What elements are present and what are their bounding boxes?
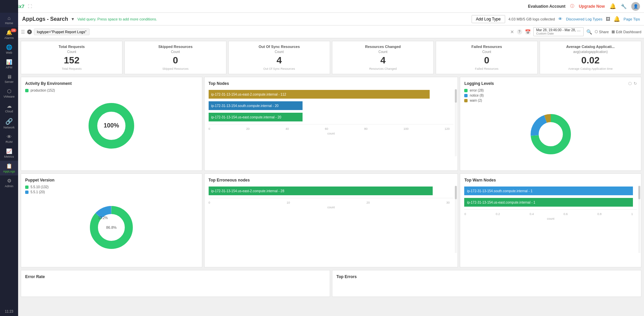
sidebar-item-rum[interactable]: 👁 RUM xyxy=(0,131,18,146)
metrics-icon: 📈 xyxy=(6,148,12,154)
metric-subtitle: Count xyxy=(128,50,222,54)
sidebar-time: 11:23 xyxy=(5,307,13,316)
sidebar-item-vmware[interactable]: ⬡ VMware xyxy=(0,86,18,101)
web-icon: 🌐 xyxy=(6,44,12,50)
activity-card-title: Activity By Environment xyxy=(25,81,198,86)
dashboard: Total Requests Count 152 Total Requests … xyxy=(18,38,644,316)
bell-icon[interactable]: 🔔 xyxy=(609,3,616,9)
activity-by-environment-card: Activity By Environment production (152)… xyxy=(21,77,202,171)
upgrade-link[interactable]: Upgrade Now xyxy=(579,4,605,9)
date-range-text: Mar 28, 19:46:00 - Mar 28, .... xyxy=(536,28,581,32)
sidebar-item-cloud[interactable]: ☁ Cloud xyxy=(0,101,18,115)
top-warn-title: Top Warn Nodes xyxy=(464,178,637,182)
sidebar-item-metrics[interactable]: 📈 Metrics xyxy=(0,146,18,161)
page-tips-link[interactable]: Page Tips xyxy=(624,17,640,21)
wrench-icon[interactable]: 🔧 xyxy=(621,4,627,9)
topbar-right: Add Log Type 4.03 MB/5 GB logs collected… xyxy=(472,15,640,23)
server-icon: 🖥 xyxy=(7,74,12,80)
551-dot xyxy=(25,191,29,194)
discovered-log-types-link[interactable]: Discovered Log Types xyxy=(566,17,602,21)
legend-notice: notice (8) xyxy=(464,94,637,97)
sidebar-item-home[interactable]: ⌂ Home xyxy=(0,13,18,27)
bar-1: ip-172-31-13-154.us-east-2.compute.inter… xyxy=(209,90,430,99)
metric-value: 152 xyxy=(24,55,119,66)
metric-footer: Failed Resources xyxy=(439,67,534,70)
orange-notification-icon[interactable]: 🔔 xyxy=(613,16,620,22)
charts-row-1: Activity By Environment production (152)… xyxy=(21,77,641,171)
metric-subtitle: Count xyxy=(24,50,119,54)
top-warn-nodes-card: Top Warn Nodes ip-172-31-13-154.south.co… xyxy=(460,173,641,267)
warn-bar-2: ip-172-31-13-154.us-east.compute.interna… xyxy=(464,198,633,207)
photo-icon[interactable]: 🖼 xyxy=(606,16,610,21)
charts-row-2: Puppet Version 5.5.10 (132) 5.5.1 (20) xyxy=(21,173,641,267)
metric-subtitle: avg(catalogapplication) xyxy=(543,50,638,54)
logging-legend: error (28) notice (8) warn (2) xyxy=(464,89,637,102)
rum-icon: 👁 xyxy=(7,134,12,140)
warn-legend-dot xyxy=(464,99,468,102)
log-type-dot: ● xyxy=(27,30,32,34)
metric-footer: Average Catalog Application time xyxy=(543,67,638,70)
metric-card-total-requests: Total Requests Count 152 Total Requests xyxy=(21,41,122,74)
svg-text:86.8%: 86.8% xyxy=(106,225,117,229)
warn-bar-item-2: ip-172-31-13-154.us-east.compute.interna… xyxy=(464,198,633,207)
date-label-text: Custom Date xyxy=(536,32,581,35)
top-nodes-axis: 020406080100120 xyxy=(209,124,454,130)
puppet-donut-chart: 86.8% 13.2% xyxy=(85,201,138,254)
top-nodes-scrollbar[interactable] xyxy=(455,89,457,156)
erroneous-bar-item-1: ip-172-31-13-154.us-east-2.compute.inter… xyxy=(209,187,450,195)
activity-donut-chart: 100% xyxy=(85,99,138,153)
share-button[interactable]: ⬡ Share xyxy=(595,30,609,34)
applogs-header: AppLogs - Search ▼ Valid query. Press sp… xyxy=(18,13,644,25)
global-topbar-right: Evaluation Account ⓘ Upgrade Now 🔔 🔧 👤 xyxy=(528,2,640,11)
close-x-icon[interactable]: ✕ xyxy=(510,29,514,35)
sidebar-item-server[interactable]: 🖥 Server xyxy=(0,71,18,86)
metric-subtitle: Count xyxy=(336,50,430,54)
apm-icon: 📊 xyxy=(6,59,12,65)
metric-value: 0 xyxy=(439,55,534,66)
search-tag[interactable]: logtype="Puppet Report Logs" xyxy=(34,29,90,35)
dropdown-arrow-icon[interactable]: ▼ xyxy=(71,17,75,21)
puppet-version-title: Puppet Version xyxy=(25,178,198,182)
warn-axis-label: count xyxy=(464,216,637,220)
date-range-button[interactable]: Mar 28, 19:46:00 - Mar 28, .... Custom D… xyxy=(533,27,584,36)
search-button[interactable]: 🔍 xyxy=(586,29,592,35)
metric-title: Out Of Sync Resources xyxy=(232,45,326,49)
help-circle[interactable]: ? xyxy=(517,29,522,35)
refresh-card-button[interactable]: ↻ xyxy=(634,81,637,86)
expand-icon[interactable]: ⛶ xyxy=(28,4,32,9)
warn-scrollbar-thumb xyxy=(638,186,640,199)
metric-footer: Resources Changed xyxy=(336,67,430,70)
calendar-icon[interactable]: 📅 xyxy=(525,29,531,35)
warn-axis: 00.20.40.60.81 xyxy=(464,209,637,216)
eval-account-label: Evaluation Account xyxy=(528,4,566,9)
edit-dashboard-button[interactable]: ▦ Edit Dashboard xyxy=(611,30,641,34)
top-nodes-title: Top Nodes xyxy=(209,81,454,86)
sidebar-item-admin[interactable]: ⚙ Admin xyxy=(0,175,18,190)
avatar[interactable]: 👤 xyxy=(631,2,640,11)
sidebar-item-alarms[interactable]: 🔔 Alarms 28 xyxy=(0,27,18,42)
bar-2: ip-172-31-13-154.south.compute.internal … xyxy=(209,101,303,110)
sidebar-item-web[interactable]: 🌐 Web xyxy=(0,42,18,57)
sidebar-item-applogs[interactable]: 📋 AppLogs xyxy=(0,161,18,175)
error-rate-card: Error Rate xyxy=(21,270,330,297)
warn-scrollbar[interactable] xyxy=(638,186,640,253)
scrollbar-thumb xyxy=(455,89,457,103)
applogs-icon: 📋 xyxy=(6,163,12,169)
legend-error: error (28) xyxy=(464,89,637,92)
sidebar-item-network[interactable]: 🔗 Network xyxy=(0,115,18,131)
legend-5510: 5.5.10 (132) xyxy=(25,185,198,189)
page-title: AppLogs - Search xyxy=(22,16,68,22)
puppet-donut-container: 86.8% 13.2% xyxy=(25,197,198,258)
expand-card-button[interactable]: ⬡ xyxy=(628,81,632,86)
metric-footer: Total Requests xyxy=(24,67,119,70)
metric-value: 0 xyxy=(128,55,222,66)
puppet-version-card: Puppet Version 5.5.10 (132) 5.5.1 (20) xyxy=(21,173,202,267)
erroneous-scrollbar[interactable] xyxy=(455,186,457,253)
top-warn-bars: ip-172-31-13-154.south.compute.internal … xyxy=(464,187,637,207)
sidebar-item-apm[interactable]: 📊 APM xyxy=(0,57,18,71)
search-tag-text: logtype="Puppet Report Logs" xyxy=(37,30,87,34)
alarms-badge: 28 xyxy=(11,29,16,32)
add-log-type-button[interactable]: Add Log Type xyxy=(472,15,505,23)
search-filter-bar: ☰ ● logtype="Puppet Report Logs" ✕ ? 📅 M… xyxy=(18,25,644,38)
svg-text:13.2%: 13.2% xyxy=(98,216,108,220)
